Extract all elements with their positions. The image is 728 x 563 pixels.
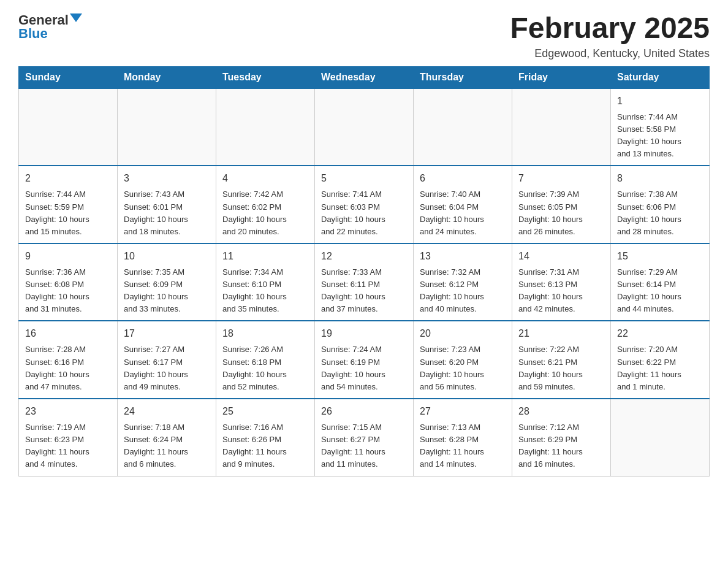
day-info: Sunrise: 7:39 AMSunset: 6:05 PMDaylight:… [518, 188, 604, 238]
day-number: 2 [25, 171, 111, 186]
day-info: Sunrise: 7:40 AMSunset: 6:04 PMDaylight:… [420, 188, 506, 238]
calendar-cell [414, 88, 512, 166]
calendar-cell: 26Sunrise: 7:15 AMSunset: 6:27 PMDayligh… [315, 399, 414, 476]
day-info: Sunrise: 7:32 AMSunset: 6:12 PMDaylight:… [420, 266, 506, 316]
day-number: 16 [25, 326, 111, 341]
calendar-cell: 27Sunrise: 7:13 AMSunset: 6:28 PMDayligh… [414, 399, 512, 476]
week-row-5: 23Sunrise: 7:19 AMSunset: 6:23 PMDayligh… [19, 399, 710, 476]
day-info: Sunrise: 7:23 AMSunset: 6:20 PMDaylight:… [420, 343, 506, 393]
calendar-cell: 7Sunrise: 7:39 AMSunset: 6:05 PMDaylight… [512, 166, 611, 243]
day-number: 5 [321, 171, 407, 186]
day-info: Sunrise: 7:18 AMSunset: 6:24 PMDaylight:… [124, 421, 210, 471]
day-number: 26 [321, 404, 407, 419]
column-header-monday: Monday [118, 66, 216, 88]
calendar-cell [118, 88, 216, 166]
calendar-cell: 12Sunrise: 7:33 AMSunset: 6:11 PMDayligh… [315, 243, 414, 321]
calendar-cell [611, 399, 710, 476]
day-info: Sunrise: 7:13 AMSunset: 6:28 PMDaylight:… [420, 421, 506, 471]
day-info: Sunrise: 7:42 AMSunset: 6:02 PMDaylight:… [222, 188, 308, 238]
day-info: Sunrise: 7:12 AMSunset: 6:29 PMDaylight:… [518, 421, 604, 471]
day-number: 10 [124, 249, 210, 264]
day-info: Sunrise: 7:35 AMSunset: 6:09 PMDaylight:… [124, 266, 210, 316]
day-info: Sunrise: 7:33 AMSunset: 6:11 PMDaylight:… [321, 266, 407, 316]
column-header-thursday: Thursday [414, 66, 512, 88]
calendar-cell: 8Sunrise: 7:38 AMSunset: 6:06 PMDaylight… [611, 166, 710, 243]
title-block: February 2025 Edgewood, Kentucky, United… [510, 12, 710, 60]
day-number: 3 [124, 171, 210, 186]
day-number: 25 [222, 404, 308, 419]
day-number: 28 [518, 404, 604, 419]
month-title: February 2025 [510, 12, 710, 45]
calendar-cell: 11Sunrise: 7:34 AMSunset: 6:10 PMDayligh… [216, 243, 315, 321]
calendar-cell: 25Sunrise: 7:16 AMSunset: 6:26 PMDayligh… [216, 399, 315, 476]
day-number: 13 [420, 249, 506, 264]
calendar-cell: 13Sunrise: 7:32 AMSunset: 6:12 PMDayligh… [414, 243, 512, 321]
logo-triangle-icon [70, 13, 82, 22]
calendar-cell: 2Sunrise: 7:44 AMSunset: 5:59 PMDaylight… [19, 166, 118, 243]
day-number: 17 [124, 326, 210, 341]
day-info: Sunrise: 7:19 AMSunset: 6:23 PMDaylight:… [25, 421, 111, 471]
day-number: 6 [420, 171, 506, 186]
day-info: Sunrise: 7:15 AMSunset: 6:27 PMDaylight:… [321, 421, 407, 471]
day-number: 27 [420, 404, 506, 419]
calendar-cell: 19Sunrise: 7:24 AMSunset: 6:19 PMDayligh… [315, 321, 414, 399]
day-number: 23 [25, 404, 111, 419]
day-number: 22 [617, 326, 703, 341]
day-info: Sunrise: 7:36 AMSunset: 6:08 PMDaylight:… [25, 266, 111, 316]
day-number: 9 [25, 249, 111, 264]
column-header-sunday: Sunday [19, 66, 118, 88]
week-row-3: 9Sunrise: 7:36 AMSunset: 6:08 PMDaylight… [19, 243, 710, 321]
calendar-cell: 15Sunrise: 7:29 AMSunset: 6:14 PMDayligh… [611, 243, 710, 321]
week-row-1: 1Sunrise: 7:44 AMSunset: 5:58 PMDaylight… [19, 88, 710, 166]
calendar-cell: 20Sunrise: 7:23 AMSunset: 6:20 PMDayligh… [414, 321, 512, 399]
day-number: 12 [321, 249, 407, 264]
day-number: 20 [420, 326, 506, 341]
calendar-cell: 9Sunrise: 7:36 AMSunset: 6:08 PMDaylight… [19, 243, 118, 321]
day-info: Sunrise: 7:44 AMSunset: 5:58 PMDaylight:… [617, 111, 703, 161]
day-number: 19 [321, 326, 407, 341]
day-info: Sunrise: 7:29 AMSunset: 6:14 PMDaylight:… [617, 266, 703, 316]
calendar-cell: 10Sunrise: 7:35 AMSunset: 6:09 PMDayligh… [118, 243, 216, 321]
day-info: Sunrise: 7:34 AMSunset: 6:10 PMDaylight:… [222, 266, 308, 316]
calendar-cell: 18Sunrise: 7:26 AMSunset: 6:18 PMDayligh… [216, 321, 315, 399]
calendar-cell [315, 88, 414, 166]
day-info: Sunrise: 7:38 AMSunset: 6:06 PMDaylight:… [617, 188, 703, 238]
day-number: 11 [222, 249, 308, 264]
day-info: Sunrise: 7:43 AMSunset: 6:01 PMDaylight:… [124, 188, 210, 238]
day-info: Sunrise: 7:24 AMSunset: 6:19 PMDaylight:… [321, 343, 407, 393]
calendar-cell: 17Sunrise: 7:27 AMSunset: 6:17 PMDayligh… [118, 321, 216, 399]
calendar-cell: 23Sunrise: 7:19 AMSunset: 6:23 PMDayligh… [19, 399, 118, 476]
day-number: 7 [518, 171, 604, 186]
location-subtitle: Edgewood, Kentucky, United States [510, 47, 710, 60]
day-number: 18 [222, 326, 308, 341]
day-number: 4 [222, 171, 308, 186]
day-info: Sunrise: 7:41 AMSunset: 6:03 PMDaylight:… [321, 188, 407, 238]
day-info: Sunrise: 7:44 AMSunset: 5:59 PMDaylight:… [25, 188, 111, 238]
week-row-4: 16Sunrise: 7:28 AMSunset: 6:16 PMDayligh… [19, 321, 710, 399]
calendar-cell: 1Sunrise: 7:44 AMSunset: 5:58 PMDaylight… [611, 88, 710, 166]
day-number: 1 [617, 94, 703, 109]
day-number: 14 [518, 249, 604, 264]
logo-blue-text: Blue [18, 26, 48, 42]
calendar-cell [512, 88, 611, 166]
column-header-wednesday: Wednesday [315, 66, 414, 88]
calendar-cell: 4Sunrise: 7:42 AMSunset: 6:02 PMDaylight… [216, 166, 315, 243]
calendar-cell: 22Sunrise: 7:20 AMSunset: 6:22 PMDayligh… [611, 321, 710, 399]
calendar-header-row: SundayMondayTuesdayWednesdayThursdayFrid… [19, 66, 710, 88]
calendar-cell: 24Sunrise: 7:18 AMSunset: 6:24 PMDayligh… [118, 399, 216, 476]
column-header-tuesday: Tuesday [216, 66, 315, 88]
day-number: 24 [124, 404, 210, 419]
calendar-cell [19, 88, 118, 166]
day-info: Sunrise: 7:20 AMSunset: 6:22 PMDaylight:… [617, 343, 703, 393]
calendar-cell: 5Sunrise: 7:41 AMSunset: 6:03 PMDaylight… [315, 166, 414, 243]
day-number: 21 [518, 326, 604, 341]
day-info: Sunrise: 7:27 AMSunset: 6:17 PMDaylight:… [124, 343, 210, 393]
day-info: Sunrise: 7:31 AMSunset: 6:13 PMDaylight:… [518, 266, 604, 316]
day-number: 15 [617, 249, 703, 264]
column-header-saturday: Saturday [611, 66, 710, 88]
calendar-cell: 21Sunrise: 7:22 AMSunset: 6:21 PMDayligh… [512, 321, 611, 399]
day-info: Sunrise: 7:22 AMSunset: 6:21 PMDaylight:… [518, 343, 604, 393]
calendar-cell: 28Sunrise: 7:12 AMSunset: 6:29 PMDayligh… [512, 399, 611, 476]
column-header-friday: Friday [512, 66, 611, 88]
day-number: 8 [617, 171, 703, 186]
